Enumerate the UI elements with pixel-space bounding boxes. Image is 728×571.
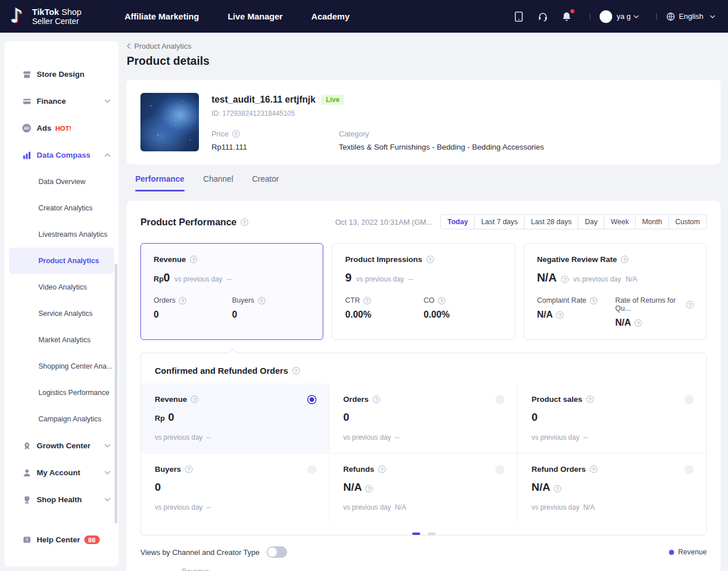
- metric-cell-buyers[interactable]: Buyers 0 vs previous day --: [141, 453, 330, 523]
- question-circle-icon[interactable]: [191, 396, 198, 403]
- question-circle-icon[interactable]: [561, 276, 569, 283]
- summary-card-product-impressions[interactable]: Product Impressions 9 vs previous day --…: [332, 243, 515, 340]
- radio-buyers[interactable]: [307, 465, 316, 474]
- language-selector[interactable]: English: [666, 12, 715, 21]
- sidebar-item-finance[interactable]: Finance: [5, 88, 119, 115]
- sidebar-item-video-analytics[interactable]: Video Analytics: [9, 274, 114, 300]
- question-circle-icon[interactable]: [190, 256, 197, 263]
- range-last-7-days-button[interactable]: Last 7 days: [474, 215, 524, 229]
- tiktok-shop-logo[interactable]: ♪♪♪ TikTok Shop Seller Center: [10, 5, 81, 28]
- sidebar-item-market-analytics[interactable]: Market Analytics: [9, 327, 114, 353]
- question-circle-icon[interactable]: [438, 297, 445, 304]
- question-circle-icon[interactable]: [363, 297, 371, 304]
- metric-cell-orders[interactable]: Orders 0 vs previous day --: [330, 384, 518, 453]
- radio-revenue[interactable]: [307, 395, 316, 404]
- currency-prefix: Rp: [154, 275, 163, 283]
- nav-link-live-manager[interactable]: Live Manager: [228, 11, 283, 21]
- product-name: test_audit_16.11 ertjfnjk: [212, 95, 315, 105]
- sidebar-item-ads[interactable]: AD Ads HOT!: [5, 115, 119, 142]
- sidebar-item-product-analytics[interactable]: Product Analytics: [9, 248, 114, 274]
- sidebar-item-growth-center[interactable]: Growth Center: [5, 432, 119, 459]
- notifications-bell-icon[interactable]: [561, 11, 573, 22]
- nav-link-academy[interactable]: Academy: [311, 11, 350, 21]
- sidebar-item-shop-health[interactable]: Shop Health: [5, 486, 119, 513]
- range-month-button[interactable]: Month: [635, 215, 668, 229]
- sidebar-item-store-design[interactable]: Store Design: [5, 61, 119, 88]
- breadcrumb[interactable]: Product Analytics: [127, 42, 191, 50]
- question-circle-icon[interactable]: [292, 367, 300, 374]
- sidebar-scrollbar[interactable]: [115, 264, 118, 523]
- metric-cell-revenue[interactable]: Revenue Rp0 vs previous day --: [141, 384, 330, 453]
- my-account-icon: [22, 468, 32, 478]
- metric-cell-product-sales[interactable]: Product sales 0 vs previous day --: [518, 384, 706, 453]
- nav-link-affiliate-marketing[interactable]: Affiliate Marketing: [124, 11, 199, 21]
- sub-metric-value: 0.00%: [424, 310, 502, 320]
- question-circle-icon[interactable]: [590, 466, 597, 473]
- sidebar-item-my-account[interactable]: My Account: [5, 459, 119, 486]
- sidebar-item-campaign-analytics[interactable]: Campaign Analytics: [9, 406, 114, 432]
- question-circle-icon[interactable]: [258, 297, 265, 304]
- question-circle-icon[interactable]: [426, 256, 434, 263]
- date-range-selector: Today Last 7 days Last 28 days Day Week …: [440, 214, 707, 229]
- mobile-app-icon[interactable]: [513, 11, 525, 22]
- question-circle-icon[interactable]: [586, 396, 594, 403]
- question-circle-icon[interactable]: [686, 301, 694, 308]
- performance-title: Product Performance: [140, 217, 237, 228]
- language-label: English: [679, 12, 703, 21]
- sidebar-item-shopping-center-analytics[interactable]: Shopping Center Ana...: [9, 353, 114, 380]
- detail-tabs: Performance Channel Creator: [135, 174, 721, 191]
- legend-label: Revenue: [678, 548, 707, 556]
- question-circle-icon[interactable]: [185, 466, 193, 473]
- sidebar-item-service-analytics[interactable]: Service Analytics: [9, 300, 114, 327]
- range-custom-button[interactable]: Custom: [668, 215, 706, 229]
- compare-value: --: [206, 433, 211, 441]
- summary-card-negative-review-rate[interactable]: Negative Review Rate N/A vs previous day…: [524, 243, 707, 340]
- sidebar-item-creator-analytics[interactable]: Creator Analytics: [9, 195, 114, 221]
- question-circle-icon[interactable]: [556, 311, 563, 319]
- metric-cell-refunds[interactable]: Refunds N/A vs previous day N/A: [330, 453, 518, 523]
- globe-icon: [666, 12, 675, 21]
- sidebar-item-label: Finance: [37, 97, 66, 105]
- metric-label: Refunds: [343, 465, 374, 474]
- question-circle-icon[interactable]: [378, 466, 386, 473]
- question-circle-icon[interactable]: [365, 485, 373, 492]
- tab-channel[interactable]: Channel: [203, 174, 233, 191]
- sidebar-item-label: My Account: [37, 468, 80, 477]
- radio-refund-orders[interactable]: [684, 465, 694, 474]
- summary-card-revenue[interactable]: Revenue Rp0 vs previous day -- Orders 0 …: [140, 243, 323, 340]
- question-circle-icon[interactable]: [590, 297, 597, 304]
- views-toggle-switch[interactable]: [267, 546, 287, 558]
- sub-metric-label: CO: [424, 296, 435, 304]
- metric-cell-refund-orders[interactable]: Refund Orders N/A vs previous day N/A: [518, 453, 706, 523]
- question-circle-icon[interactable]: [621, 256, 628, 263]
- card-title: Negative Review Rate: [537, 255, 617, 264]
- user-menu[interactable]: ya g: [600, 10, 640, 23]
- pagination-dot-active[interactable]: [412, 533, 420, 535]
- question-circle-icon[interactable]: [554, 485, 561, 492]
- orders-panel-title: Confirmed and Refunded Orders: [155, 366, 288, 376]
- range-last-28-days-button[interactable]: Last 28 days: [524, 215, 578, 229]
- sidebar-item-label: Help Center: [37, 535, 80, 544]
- sidebar-item-data-compass[interactable]: Data Compass: [5, 142, 119, 169]
- question-circle-icon[interactable]: [179, 297, 186, 304]
- question-circle-icon[interactable]: [373, 396, 380, 403]
- sidebar-item-logistics-performance[interactable]: Logistics Performance: [9, 380, 114, 406]
- question-circle-icon[interactable]: [635, 319, 642, 327]
- tab-performance[interactable]: Performance: [135, 174, 185, 191]
- support-headset-icon[interactable]: [537, 11, 549, 22]
- tab-creator[interactable]: Creator: [252, 174, 279, 191]
- range-week-button[interactable]: Week: [604, 215, 635, 229]
- range-day-button[interactable]: Day: [578, 215, 604, 229]
- chevron-down-icon: [104, 498, 111, 502]
- sidebar-item-help-center[interactable]: ? Help Center 88: [5, 526, 119, 553]
- live-status-badge: Live: [321, 95, 344, 105]
- product-image[interactable]: [140, 93, 199, 151]
- sidebar-item-data-overview[interactable]: Data Overview: [9, 169, 114, 195]
- sidebar-item-livestreams-analytics[interactable]: Livestreams Analytics: [9, 221, 114, 248]
- compare-label: vs previous day: [174, 275, 222, 283]
- question-circle-icon[interactable]: [232, 130, 240, 138]
- radio-product-sales[interactable]: [684, 395, 694, 404]
- pagination-dot[interactable]: [428, 533, 436, 535]
- range-today-button[interactable]: Today: [441, 215, 474, 229]
- question-circle-icon[interactable]: [241, 218, 248, 226]
